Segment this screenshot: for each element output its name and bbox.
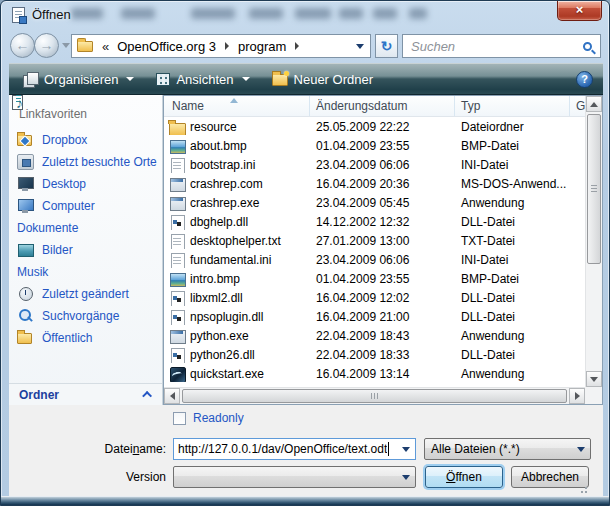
nav-history-dropdown-icon[interactable] — [62, 43, 70, 48]
sidebar-item-label: Bilder — [42, 243, 73, 257]
vertical-scrollbar[interactable] — [585, 96, 602, 387]
dialog-title: Öffnen — [32, 7, 71, 22]
file-type: DLL-Datei — [455, 215, 570, 229]
file-name: dbghelp.dll — [190, 215, 248, 229]
filename-dropdown-icon[interactable] — [402, 447, 410, 452]
scroll-up-button[interactable] — [586, 96, 602, 112]
sidebar-item[interactable]: Zuletzt besuchte Orte — [9, 151, 162, 173]
file-icon — [169, 328, 185, 344]
breadcrumb[interactable]: « OpenOffice.org 3 program — [71, 34, 371, 58]
breadcrumb-separator-icon[interactable] — [225, 42, 229, 50]
blurred-menu-blob — [121, 8, 155, 19]
views-grid-icon — [156, 73, 170, 86]
open-button[interactable]: Öffnen — [425, 466, 503, 488]
file-type: DLL-Datei — [455, 348, 570, 362]
table-row[interactable]: resource 25.05.2009 22:22 Dateiordner — [164, 117, 585, 136]
file-icon — [169, 309, 185, 325]
file-date: 25.05.2009 22:22 — [310, 120, 455, 134]
table-row[interactable]: desktophelper.txt 27.01.2009 13:00 TXT-D… — [164, 231, 585, 250]
file-type: DLL-Datei — [455, 310, 570, 324]
horizontal-scrollbar[interactable] — [164, 387, 585, 404]
vertical-scroll-thumb[interactable] — [587, 114, 601, 264]
horizontal-scroll-thumb[interactable] — [182, 389, 567, 403]
breadcrumb-overflow-chevrons[interactable]: « — [102, 39, 109, 54]
sidebar-item[interactable]: Bilder — [9, 239, 162, 261]
background-window-edge — [1, 496, 610, 505]
file-name: intro.bmp — [190, 272, 240, 286]
file-name: python.exe — [190, 329, 249, 343]
filetype-dropdown-icon[interactable] — [577, 447, 585, 452]
column-header-date[interactable]: Änderungsdatum — [310, 96, 455, 116]
version-select[interactable] — [173, 466, 416, 488]
back-button[interactable]: ← — [10, 33, 35, 58]
version-dropdown-icon[interactable] — [402, 475, 410, 480]
column-header-name[interactable]: Name — [164, 96, 310, 116]
breadcrumb-item[interactable]: OpenOffice.org 3 — [113, 39, 220, 54]
column-header-size[interactable]: G — [570, 96, 585, 116]
table-row[interactable]: quickstart.exe 16.04.2009 13:14 Anwendun… — [164, 364, 585, 383]
table-row[interactable]: intro.bmp 01.04.2009 23:55 BMP-Datei — [164, 269, 585, 288]
table-row[interactable]: fundamental.ini 23.04.2009 06:06 INI-Dat… — [164, 250, 585, 269]
table-row[interactable]: bootstrap.ini 23.04.2009 06:06 INI-Datei — [164, 155, 585, 174]
sidebar-item[interactable]: Dokumente — [9, 217, 162, 239]
sidebar-item[interactable]: Öffentlich — [9, 327, 162, 349]
file-icon — [169, 366, 185, 382]
breadcrumb-item[interactable]: program — [234, 39, 290, 54]
file-icon — [169, 157, 185, 173]
sidebar-item[interactable]: Suchvorgänge — [9, 305, 162, 327]
file-icon — [169, 195, 185, 211]
scroll-left-button[interactable] — [164, 388, 180, 404]
sidebar-item[interactable]: Computer — [9, 195, 162, 217]
scroll-down-button[interactable] — [586, 371, 602, 387]
views-label: Ansichten — [176, 72, 233, 87]
file-icon — [169, 214, 185, 230]
sidebar-item-icon — [17, 198, 34, 214]
help-button[interactable]: ? — [576, 71, 593, 88]
sidebar-item[interactable]: Zuletzt geändert — [9, 283, 162, 305]
address-dropdown-icon[interactable] — [356, 44, 364, 49]
sidebar-items: Dropbox Zuletzt besuchte Orte Desktop Co… — [9, 129, 162, 349]
blurred-menu-blob — [409, 8, 427, 19]
search-placeholder: Suchen — [411, 39, 455, 54]
titlebar[interactable]: Öffnen × — [1, 1, 609, 29]
sidebar-item[interactable]: Dropbox — [9, 129, 162, 151]
views-button[interactable]: Ansichten — [148, 68, 257, 91]
file-icon — [169, 271, 185, 287]
table-row[interactable]: dbghelp.dll 14.12.2002 12:32 DLL-Datei — [164, 212, 585, 231]
sidebar-item-label: Zuletzt geändert — [42, 287, 129, 301]
filetype-select[interactable]: Alle Dateien (*.*) — [424, 438, 591, 460]
table-row[interactable]: python26.dll 22.04.2009 18:33 DLL-Datei — [164, 345, 585, 364]
column-header-type[interactable]: Typ — [455, 96, 570, 116]
table-row[interactable]: crashrep.exe 23.04.2009 05:45 Anwendung — [164, 193, 585, 212]
table-row[interactable]: libxml2.dll 16.04.2009 12:02 DLL-Datei — [164, 288, 585, 307]
table-row[interactable]: about.bmp 01.04.2009 23:55 BMP-Datei — [164, 136, 585, 155]
table-row[interactable]: python.exe 22.04.2009 18:43 Anwendung — [164, 326, 585, 345]
scroll-right-button[interactable] — [569, 388, 585, 404]
cancel-button[interactable]: Abbrechen — [511, 466, 589, 488]
sidebar-item-label: Suchvorgänge — [42, 309, 119, 323]
close-button[interactable]: × — [557, 1, 602, 21]
readonly-checkbox[interactable] — [173, 412, 186, 425]
sidebar-item-label: Öffentlich — [42, 331, 92, 345]
sidebar-item-icon — [17, 330, 34, 346]
forward-button[interactable]: → — [34, 33, 59, 58]
filename-input[interactable]: http://127.0.0.1/dav/OpenOffice/text.odt — [173, 438, 416, 460]
new-folder-button[interactable]: Neuer Ordner — [264, 68, 381, 91]
readonly-label[interactable]: Readonly — [193, 411, 244, 425]
search-input[interactable]: Suchen — [402, 34, 601, 58]
breadcrumb-separator-icon[interactable] — [295, 42, 299, 50]
refresh-button[interactable]: ↻ — [375, 34, 398, 58]
table-row[interactable]: npsoplugin.dll 16.04.2009 21:00 DLL-Date… — [164, 307, 585, 326]
resize-grip[interactable] — [579, 487, 587, 495]
organize-button[interactable]: Organisieren — [15, 68, 142, 91]
new-folder-label: Neuer Ordner — [294, 72, 373, 87]
folders-expander[interactable]: Ordner — [9, 383, 162, 405]
favorites-sidebar: Linkfavoriten Dropbox Zuletzt besuchte O… — [9, 95, 163, 405]
table-row[interactable]: crashrep.com 16.04.2009 20:36 MS-DOS-Anw… — [164, 174, 585, 193]
sidebar-item[interactable]: Desktop — [9, 173, 162, 195]
file-name: crashrep.com — [190, 177, 263, 191]
blurred-menu-blob — [295, 8, 331, 19]
file-list: Name Änderungsdatum Typ G resource 25.05… — [163, 95, 603, 405]
file-name: crashrep.exe — [190, 196, 259, 210]
sidebar-item[interactable]: Musik — [9, 261, 162, 283]
